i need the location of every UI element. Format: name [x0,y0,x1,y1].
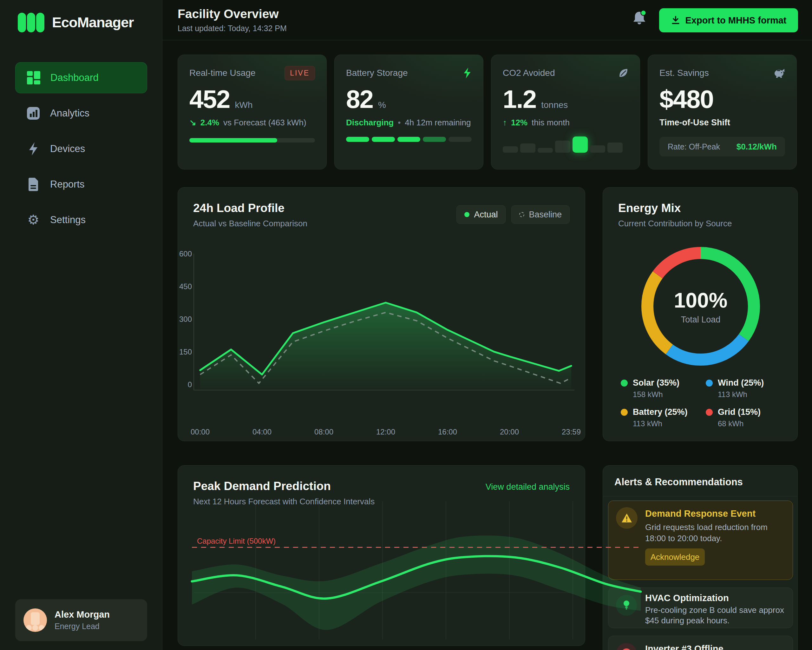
usage-progress-fill [189,138,277,142]
user-name: Alex Morgan [55,609,110,620]
donut-center-value: 100% [674,288,728,312]
app-logo: EcoManager [18,13,134,32]
kpi-value: $480 [659,85,713,114]
energy-mix-card: Energy Mix Current Contribution by Sourc… [603,187,798,441]
warning-icon [616,507,638,529]
svg-text:00:00: 00:00 [191,428,210,436]
solar-dot-icon [621,379,628,387]
svg-text:20:00: 20:00 [500,428,519,436]
svg-text:08:00: 08:00 [314,428,333,436]
svg-text:23:59: 23:59 [562,428,581,436]
svg-text:16:00: 16:00 [438,428,457,436]
lightning-icon [26,142,41,156]
mix-legend-name: Battery (25%) [633,407,688,417]
alert-body: Pre-cooling zone B could save approx $45… [645,605,785,626]
battery-segment [449,137,472,142]
sidebar-item-devices[interactable]: Devices [15,133,147,164]
kpi-value: 82 [346,85,373,114]
co2-bar [572,136,588,153]
svg-text:12:00: 12:00 [376,428,395,436]
kpi-label: Real-time Usage [189,68,256,78]
delta-up-arrow-icon: ↑ [503,118,507,128]
page-header: Facility Overview Last updated: Today, 1… [162,0,812,40]
mix-legend-kwh: 68 kWh [718,419,761,428]
energy-mix-donut: 100% Total Load [636,242,765,371]
dot-separator: • [398,118,401,128]
kpi-label: CO2 Avoided [503,68,555,78]
rate-value: $0.12/kWh [737,142,777,152]
export-mhhs-button[interactable]: Export to MHHS format [659,8,798,32]
battery-dot-icon [621,409,628,416]
acknowledge-button[interactable]: Acknowledge [645,548,705,566]
bell-icon [631,9,649,27]
svg-text:600: 600 [179,249,192,258]
co2-bar [520,144,536,153]
energy-mix-title: Energy Mix [618,202,782,215]
sidebar-item-reports[interactable]: Reports [15,169,147,200]
battery-status: Discharging [346,118,394,128]
sidebar: EcoManager Dashboard Analytics Devices R… [0,0,162,650]
svg-text:150: 150 [179,347,192,356]
co2-bar [503,146,518,153]
alerts-title: Alerts & Recommendations [603,466,797,496]
error-icon [616,643,637,650]
gear-icon: ⚙ [26,213,41,226]
kpi-card-est-savings: Est. Savings $480 Time-of-Use Shift Rate… [648,55,797,170]
kpi-card-realtime-usage: Real-time Usage LIVE 452 kWh ↘ 2.4% vs F… [178,55,327,170]
peak-demand-gridlines [178,466,585,645]
sidebar-item-dashboard[interactable]: Dashboard [15,62,147,93]
kpi-delta-note: vs Forecast (463 kWh) [223,118,307,128]
alert-hvac-optimization: HVAC Optimization Pre-cooling zone B cou… [608,587,793,628]
alert-title: HVAC Optimization [645,593,729,603]
kpi-value: 1.2 [503,85,536,114]
mix-legend-kwh: 158 kWh [633,390,679,399]
kpi-label: Est. Savings [659,68,709,78]
savings-note: Time-of-Use Shift [659,118,730,128]
sidebar-item-label: Dashboard [50,72,99,84]
battery-remaining: 4h 12m remaining [405,118,471,128]
co2-bar [555,141,570,153]
co2-bar [590,145,605,153]
notification-bell-button[interactable] [631,9,649,27]
kpi-value: 452 [189,85,230,114]
usage-progress-track [189,138,315,142]
live-badge: LIVE [284,66,315,80]
kpi-delta: 2.4% [200,118,219,128]
piggy-bank-icon [774,68,785,78]
document-icon [26,177,41,191]
ecomanager-dashboard: { "app": { "name": "EcoManager" }, "side… [0,0,812,650]
sidebar-item-settings[interactable]: ⚙ Settings [15,204,147,236]
wind-dot-icon [706,379,713,387]
mix-legend-item-wind: Wind (25%) 113 kWh [706,378,764,399]
sidebar-item-analytics[interactable]: Analytics [15,98,147,129]
co2-mini-bar-chart [503,134,628,153]
sidebar-item-label: Settings [50,214,85,226]
alerts-panel: Alerts & Recommendations Demand Response… [603,465,798,650]
kpi-delta-note: this month [532,118,570,128]
donut-center-label: Total Load [681,315,720,325]
app-name: EcoManager [52,14,134,31]
battery-segment [372,137,395,142]
sidebar-item-label: Analytics [50,108,89,119]
alert-demand-response: Demand Response Event Grid requests load… [608,500,793,580]
bolt-icon [463,67,472,79]
svg-text:0: 0 [188,380,192,389]
divider [603,496,797,496]
alert-body: Grid requests load reduction from 18:00 … [645,522,785,544]
kpi-unit: kWh [235,100,252,110]
last-updated: Last updated: Today, 14:32 PM [178,24,287,33]
rate-label: Rate: Off-Peak [668,142,720,151]
kpi-label: Battery Storage [346,68,408,78]
kpi-delta: 12% [511,118,528,128]
mix-legend-kwh: 113 kWh [718,390,764,399]
kpi-unit: tonnes [541,100,568,110]
dashboard-icon [26,71,41,85]
mix-legend-name: Grid (15%) [718,407,761,417]
peak-demand-card: Peak Demand Prediction Next 12 Hours For… [178,465,585,646]
alert-title: Inverter #3 Offline [645,644,723,650]
alert-title: Demand Response Event [645,508,756,519]
user-profile[interactable]: Alex Morgan Energy Lead [15,599,147,641]
svg-text:04:00: 04:00 [252,428,272,436]
mix-legend-name: Solar (35%) [633,378,679,388]
avatar [23,609,47,632]
